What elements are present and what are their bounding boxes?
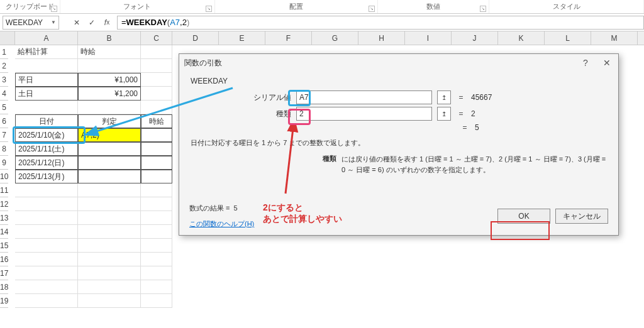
row-header[interactable]: 16 bbox=[0, 253, 8, 266]
launcher-icon[interactable]: ↘ bbox=[206, 6, 212, 12]
cell[interactable] bbox=[78, 183, 141, 197]
cell[interactable] bbox=[141, 239, 172, 253]
cell[interactable]: ¥1,000 bbox=[78, 73, 141, 87]
cell[interactable] bbox=[141, 170, 172, 183]
launcher-icon[interactable]: ↘ bbox=[480, 6, 486, 12]
cell[interactable] bbox=[15, 280, 78, 294]
cell[interactable] bbox=[15, 266, 78, 280]
cell[interactable]: 日付 bbox=[15, 114, 78, 128]
cell[interactable] bbox=[78, 225, 141, 239]
enter-formula-button[interactable]: ✓ bbox=[84, 18, 99, 27]
cell[interactable] bbox=[15, 183, 78, 197]
row-header[interactable]: 6 bbox=[0, 114, 8, 128]
name-box[interactable]: WEEKDAY ▼ bbox=[3, 16, 59, 30]
launcher-icon[interactable]: ↘ bbox=[369, 6, 375, 12]
cell[interactable] bbox=[78, 266, 141, 280]
cell[interactable] bbox=[15, 197, 78, 211]
row-header[interactable]: 13 bbox=[0, 211, 8, 225]
cell[interactable] bbox=[141, 197, 172, 211]
row-header[interactable]: 11 bbox=[0, 183, 8, 197]
row-header[interactable]: 10 bbox=[0, 170, 8, 183]
dialog-titlebar[interactable]: 関数の引数 ? ✕ bbox=[179, 54, 618, 72]
collapse-dialog-icon[interactable]: ↥ bbox=[437, 90, 451, 104]
cell[interactable]: 2025/1/11(土) bbox=[15, 142, 78, 156]
row-header[interactable]: 17 bbox=[0, 266, 8, 280]
col-header[interactable]: H bbox=[358, 31, 405, 45]
col-header[interactable]: A bbox=[15, 31, 78, 45]
cell[interactable]: ¥1,200 bbox=[78, 87, 141, 101]
row-header[interactable]: 2 bbox=[0, 59, 8, 73]
cell[interactable] bbox=[78, 253, 141, 266]
col-header[interactable]: M bbox=[591, 31, 638, 45]
row-header[interactable]: 7 bbox=[0, 128, 8, 142]
cell[interactable] bbox=[78, 294, 141, 308]
cell[interactable] bbox=[141, 73, 172, 87]
chevron-down-icon[interactable]: ▼ bbox=[51, 19, 56, 25]
cell-a7[interactable]: 2025/1/10(金) bbox=[15, 128, 78, 142]
cell[interactable] bbox=[78, 170, 141, 183]
cell[interactable] bbox=[78, 101, 141, 114]
cell[interactable] bbox=[141, 142, 172, 156]
cell[interactable] bbox=[141, 253, 172, 266]
cell[interactable] bbox=[141, 101, 172, 114]
ok-button[interactable]: OK bbox=[497, 209, 550, 224]
cell[interactable] bbox=[78, 59, 141, 73]
cell[interactable]: 2025/1/12(日) bbox=[15, 156, 78, 170]
row-header[interactable]: 9 bbox=[0, 156, 8, 170]
row-header[interactable]: 18 bbox=[0, 280, 8, 294]
cell[interactable] bbox=[141, 211, 172, 225]
col-header[interactable]: G bbox=[312, 31, 358, 45]
cell[interactable] bbox=[15, 294, 78, 308]
row-header[interactable]: 19 bbox=[0, 294, 8, 308]
cell[interactable] bbox=[15, 239, 78, 253]
row-header[interactable]: 12 bbox=[0, 197, 8, 211]
row-header[interactable]: 1 bbox=[0, 45, 8, 59]
cell[interactable] bbox=[15, 253, 78, 266]
cell[interactable] bbox=[15, 225, 78, 239]
cell[interactable] bbox=[78, 239, 141, 253]
cell-b7-editing[interactable]: A7,2) bbox=[78, 128, 141, 142]
cell[interactable] bbox=[141, 45, 172, 59]
row-header[interactable]: 14 bbox=[0, 225, 8, 239]
collapse-dialog-icon[interactable]: ↥ bbox=[437, 107, 451, 121]
cell[interactable] bbox=[141, 183, 172, 197]
col-header[interactable]: E bbox=[219, 31, 265, 45]
help-button[interactable]: ? bbox=[579, 58, 592, 68]
cell[interactable] bbox=[141, 280, 172, 294]
row-header[interactable]: 5 bbox=[0, 101, 8, 114]
cell[interactable]: 時給 bbox=[78, 45, 141, 59]
fx-button[interactable]: fx bbox=[99, 17, 114, 28]
cell[interactable] bbox=[141, 128, 172, 142]
cancel-button[interactable]: キャンセル bbox=[555, 209, 608, 224]
cell[interactable]: 平日 bbox=[15, 73, 78, 87]
cell[interactable] bbox=[78, 142, 141, 156]
cell[interactable] bbox=[15, 211, 78, 225]
row-header[interactable]: 15 bbox=[0, 239, 8, 253]
function-help-link[interactable]: この関数のヘルプ(H) bbox=[189, 220, 254, 227]
cell[interactable] bbox=[141, 294, 172, 308]
launcher-icon[interactable]: ↘ bbox=[51, 6, 57, 12]
cell[interactable]: 2025/1/13(月) bbox=[15, 170, 78, 183]
formula-bar[interactable]: =WEEKDAY(A7,2) bbox=[117, 16, 644, 30]
col-header[interactable]: C bbox=[141, 31, 172, 45]
cell[interactable]: 時給 bbox=[141, 114, 172, 128]
row-header[interactable]: 4 bbox=[0, 87, 8, 101]
cell[interactable] bbox=[141, 156, 172, 170]
cell[interactable]: 土日 bbox=[15, 87, 78, 101]
close-icon[interactable]: ✕ bbox=[601, 58, 613, 68]
cell[interactable] bbox=[78, 280, 141, 294]
cell[interactable] bbox=[15, 59, 78, 73]
cell[interactable] bbox=[78, 197, 141, 211]
select-all-corner[interactable] bbox=[0, 31, 15, 45]
cell[interactable] bbox=[15, 101, 78, 114]
cell[interactable] bbox=[141, 266, 172, 280]
cell[interactable]: 判定 bbox=[78, 114, 141, 128]
arg1-input[interactable]: A7 bbox=[296, 90, 432, 104]
col-header[interactable]: L bbox=[545, 31, 591, 45]
col-header[interactable]: F bbox=[265, 31, 312, 45]
col-header[interactable]: K bbox=[498, 31, 545, 45]
col-header[interactable]: J bbox=[452, 31, 498, 45]
cell[interactable] bbox=[78, 156, 141, 170]
col-header[interactable]: D bbox=[172, 31, 219, 45]
cancel-formula-button[interactable]: ✕ bbox=[69, 18, 84, 27]
